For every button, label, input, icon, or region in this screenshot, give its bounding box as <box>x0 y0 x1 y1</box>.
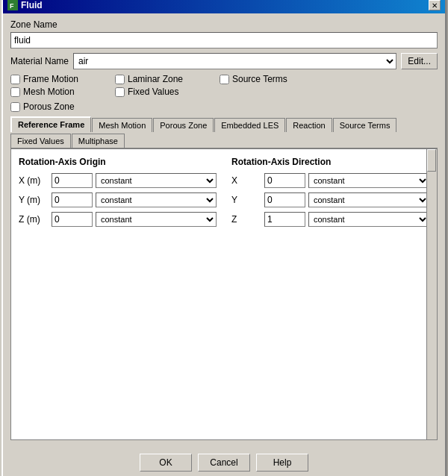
fixed-values-checkbox[interactable] <box>115 87 125 97</box>
close-button[interactable]: ✕ <box>429 0 441 10</box>
direction-y-input[interactable] <box>264 192 305 207</box>
reference-frame-panel: Rotation-Axis Origin X (m) constant Y (m… <box>19 157 429 231</box>
zone-name-group: Zone Name <box>10 19 438 48</box>
source-terms-checkbox-item: Source Terms <box>220 74 324 84</box>
direction-section-title: Rotation-Axis Direction <box>231 157 429 167</box>
direction-z-method[interactable]: constant <box>308 212 429 227</box>
origin-y-method[interactable]: constant <box>96 192 217 207</box>
fixed-values-checkbox-item: Fixed Values <box>115 87 220 97</box>
direction-y-row: Y constant <box>231 192 429 207</box>
material-row: Material Name air Edit... <box>10 53 438 69</box>
direction-x-method[interactable]: constant <box>308 173 429 188</box>
zone-name-input[interactable] <box>10 32 438 48</box>
porous-zone-checkbox[interactable] <box>10 102 20 112</box>
tab-mesh-motion[interactable]: Mesh Motion <box>92 118 152 132</box>
material-label: Material Name <box>10 56 69 66</box>
laminar-zone-checkbox[interactable] <box>115 75 125 84</box>
origin-z-label: Z (m) <box>19 214 49 225</box>
edit-material-button[interactable]: Edit... <box>401 53 438 69</box>
direction-x-input[interactable] <box>264 173 305 188</box>
origin-y-label: Y (m) <box>19 195 49 205</box>
tab-porous-zone[interactable]: Porous Zone <box>153 118 214 132</box>
source-terms-label: Source Terms <box>232 74 287 84</box>
cancel-button[interactable]: Cancel <box>198 454 250 472</box>
window-content: Zone Name Material Name air Edit... Fram… <box>3 13 445 446</box>
tab-reaction[interactable]: Reaction <box>286 118 332 132</box>
frame-motion-label: Frame Motion <box>23 74 78 84</box>
help-button[interactable]: Help <box>256 454 308 472</box>
window-title: Fluid <box>21 0 43 10</box>
title-bar: F Fluid ✕ <box>3 0 445 13</box>
laminar-zone-label: Laminar Zone <box>128 74 183 84</box>
material-select[interactable]: air <box>73 53 396 69</box>
origin-x-method[interactable]: constant <box>96 173 217 188</box>
origin-z-row: Z (m) constant <box>19 212 217 227</box>
tab-fixed-values[interactable]: Fixed Values <box>10 134 71 148</box>
porous-zone-checkbox-item: Porous Zone <box>10 101 115 112</box>
direction-z-row: Z constant <box>231 212 429 227</box>
mesh-motion-checkbox-item: Mesh Motion <box>10 87 115 97</box>
frame-motion-checkbox-item: Frame Motion <box>10 74 115 84</box>
mesh-motion-checkbox[interactable] <box>10 87 20 97</box>
mesh-motion-label: Mesh Motion <box>23 87 75 97</box>
tab-embedded-les[interactable]: Embedded LES <box>214 118 285 132</box>
scrollbar-track <box>426 149 437 439</box>
window-icon: F <box>7 0 18 10</box>
laminar-zone-checkbox-item: Laminar Zone <box>115 74 220 84</box>
direction-x-label: X <box>231 175 261 186</box>
rotation-axis-origin-section: Rotation-Axis Origin X (m) constant Y (m… <box>19 157 217 231</box>
direction-z-input[interactable] <box>264 212 305 227</box>
origin-y-input[interactable] <box>52 192 93 207</box>
scrollbar-thumb[interactable] <box>427 149 436 172</box>
direction-x-row: X constant <box>231 173 429 188</box>
origin-z-input[interactable] <box>52 212 93 227</box>
origin-y-row: Y (m) constant <box>19 192 217 207</box>
title-bar-left: F Fluid <box>7 0 43 10</box>
direction-z-label: Z <box>231 214 261 225</box>
origin-x-label: X (m) <box>19 175 49 186</box>
tab-panel: Rotation-Axis Origin X (m) constant Y (m… <box>10 149 438 440</box>
origin-x-row: X (m) constant <box>19 173 217 188</box>
origin-x-input[interactable] <box>52 173 93 188</box>
frame-motion-checkbox[interactable] <box>10 75 20 84</box>
rotation-axis-direction-section: Rotation-Axis Direction X constant Y <box>231 157 429 231</box>
ok-button[interactable]: OK <box>140 454 192 472</box>
svg-text:F: F <box>10 2 14 10</box>
fixed-values-label: Fixed Values <box>128 87 178 97</box>
direction-y-label: Y <box>231 195 261 205</box>
bottom-buttons: OK Cancel Help <box>3 446 445 476</box>
origin-section-title: Rotation-Axis Origin <box>19 157 217 167</box>
tab-reference-frame[interactable]: Reference Frame <box>10 116 91 132</box>
tabs-container: Reference Frame Mesh Motion Porous Zone … <box>10 116 438 149</box>
fluid-dialog: F Fluid ✕ Zone Name Material Name air Ed… <box>1 0 447 476</box>
tab-source-terms[interactable]: Source Terms <box>333 118 397 132</box>
zone-name-label: Zone Name <box>10 19 438 30</box>
source-terms-checkbox[interactable] <box>220 75 229 84</box>
tab-multiphase[interactable]: Multiphase <box>72 134 125 148</box>
porous-zone-label: Porous Zone <box>23 101 75 112</box>
direction-y-method[interactable]: constant <box>308 192 429 207</box>
origin-z-method[interactable]: constant <box>96 212 217 227</box>
